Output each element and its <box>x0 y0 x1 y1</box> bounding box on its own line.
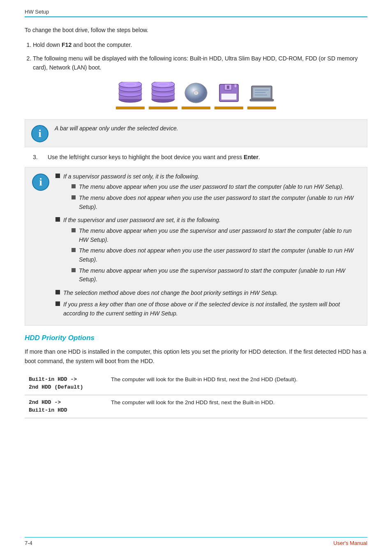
lan-bar <box>247 107 276 109</box>
section-desc: If more than one HDD is installed in the… <box>25 347 367 366</box>
sub-sq-2-2 <box>71 248 76 252</box>
steps-list: Hold down F12 and boot the computer. The… <box>33 40 367 72</box>
info-icon-1: i <box>31 125 49 143</box>
svg-rect-30 <box>250 99 274 101</box>
sub-sq-1-1 <box>71 184 76 188</box>
boot-icon-fdd <box>214 81 243 109</box>
note-bullet-3: The selection method above does not chan… <box>55 289 360 298</box>
svg-text:i: i <box>39 176 42 188</box>
lan-image <box>247 81 276 105</box>
hdd-desc-2: The computer will look for the 2nd HDD f… <box>107 395 367 418</box>
boot-icon-cdrom <box>182 81 210 109</box>
header-title: HW Setup <box>25 9 49 15</box>
sub-sq-2-3 <box>71 268 76 272</box>
sub-bullet-2-1: The menu above appear when you use the s… <box>71 227 360 244</box>
sub-list-1: The menu above appear when you use the u… <box>63 183 360 211</box>
bullet-sq-1 <box>55 174 60 178</box>
step-2: The following menu will be displayed wit… <box>33 54 367 72</box>
cdrom-image <box>182 81 210 105</box>
info-box-1: i A bar will appear only under the selec… <box>25 119 367 147</box>
page-footer: 7-4 User's Manual <box>25 537 367 546</box>
hdd1-bar <box>116 107 145 109</box>
hdd2-bar <box>149 107 178 109</box>
note-bullet-4: If you press a key other than one of tho… <box>55 300 360 318</box>
hdd1-image <box>116 81 145 105</box>
hdd-desc-1: The computer will look for the Built-in … <box>107 372 367 395</box>
step3-text: Use the left/right cursor keys to highli… <box>48 154 260 160</box>
footer-manual: User's Manual <box>333 540 367 546</box>
intro-text: To change the boot drive, follow the ste… <box>25 25 367 35</box>
sub-bullet-2-2: The menu above does not appear when you … <box>71 246 360 264</box>
footer-page-number: 7-4 <box>25 540 32 546</box>
note-bullet-2: If the supervisor and user password are … <box>55 216 360 286</box>
hdd-option-1: Built-in HDD -> 2nd HDD (Default) <box>25 372 107 395</box>
bullet-sq-4 <box>55 301 60 306</box>
sub-bullet-1-2: The menu above does not appear when you … <box>71 194 360 211</box>
svg-rect-21 <box>221 93 237 100</box>
hdd-row-2: 2nd HDD -> Built-in HDD The computer wil… <box>25 395 367 418</box>
hdd-option-2: 2nd HDD -> Built-in HDD <box>25 395 107 418</box>
section-title: HDD Priority Options <box>25 334 367 342</box>
fdd-bar <box>214 107 243 109</box>
step-3: 3. Use the left/right cursor keys to hig… <box>33 154 367 160</box>
hdd-table: Built-in HDD -> 2nd HDD (Default) The co… <box>25 372 367 418</box>
svg-text:i: i <box>38 127 41 139</box>
note-content: If a supervisor password is set only, it… <box>55 172 360 321</box>
sub-bullet-2-3: The menu above appear when you use the s… <box>71 266 360 284</box>
svg-rect-24 <box>234 84 237 88</box>
step3-num: 3. <box>33 154 44 160</box>
sub-sq-2-1 <box>71 228 76 232</box>
hdd-row-1: Built-in HDD -> 2nd HDD (Default) The co… <box>25 372 367 395</box>
bullet-sq-3 <box>55 290 60 294</box>
step1-after: and boot the computer. <box>71 42 132 48</box>
info-text-1: A bar will appear only under the selecte… <box>55 124 178 133</box>
note-box: i If a supervisor password is set only, … <box>25 167 367 326</box>
sub-sq-1-2 <box>71 195 76 199</box>
svg-point-19 <box>195 92 197 94</box>
sub-bullet-1-1: The menu above appear when you use the u… <box>71 183 360 192</box>
bullet-sq-2 <box>55 217 60 222</box>
note-bullets: If a supervisor password is set only, it… <box>55 172 360 318</box>
boot-icon-hdd1 <box>116 81 145 109</box>
step1-bold: F12 <box>62 42 71 48</box>
svg-rect-23 <box>227 86 229 89</box>
sub-list-2: The menu above appear when you use the s… <box>63 227 360 284</box>
fdd-image <box>214 81 243 105</box>
boot-icons-row <box>25 81 367 109</box>
page: HW Setup To change the boot drive, follo… <box>0 0 392 556</box>
page-header: HW Setup <box>25 8 367 17</box>
cdrom-bar <box>182 107 210 109</box>
note-bullet-1: If a supervisor password is set only, it… <box>55 172 360 214</box>
info-icon-2: i <box>32 173 50 191</box>
boot-icon-lan <box>247 81 276 109</box>
boot-icon-hdd2 <box>149 81 178 109</box>
hdd2-image <box>149 81 178 105</box>
step-1: Hold down F12 and boot the computer. <box>33 40 367 49</box>
